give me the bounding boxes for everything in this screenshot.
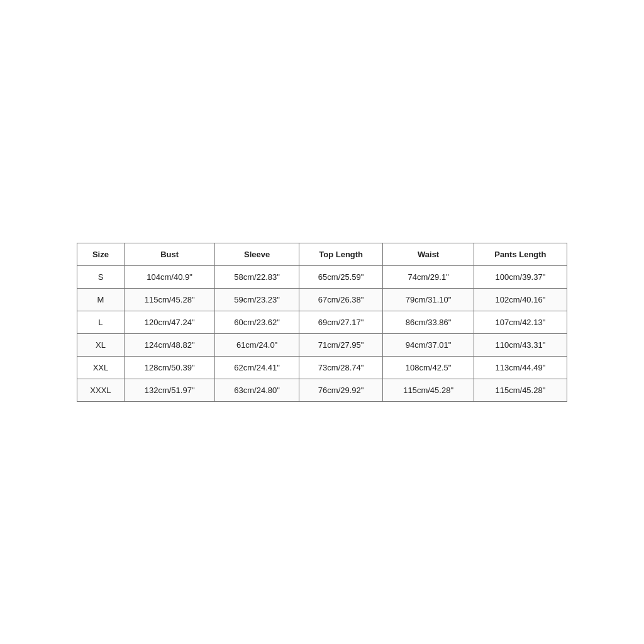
col-header-size: Size bbox=[77, 243, 125, 265]
measurement-cell: 94cm/37.01" bbox=[383, 333, 474, 356]
measurement-cell: 79cm/31.10" bbox=[383, 288, 474, 311]
measurement-cell: 73cm/28.74" bbox=[299, 356, 383, 379]
size-cell: M bbox=[77, 288, 125, 311]
measurement-cell: 86cm/33.86" bbox=[383, 311, 474, 333]
measurement-cell: 71cm/27.95" bbox=[299, 333, 383, 356]
size-cell: XL bbox=[77, 333, 125, 356]
measurement-cell: 61cm/24.0" bbox=[215, 333, 299, 356]
measurement-cell: 62cm/24.41" bbox=[215, 356, 299, 379]
measurement-cell: 102cm/40.16" bbox=[474, 288, 567, 311]
table-row: XXXL132cm/51.97"63cm/24.80"76cm/29.92"11… bbox=[77, 379, 567, 401]
size-cell: L bbox=[77, 311, 125, 333]
measurement-cell: 74cm/29.1" bbox=[383, 265, 474, 288]
measurement-cell: 104cm/40.9" bbox=[124, 265, 214, 288]
table-body: S104cm/40.9"58cm/22.83"65cm/25.59"74cm/2… bbox=[77, 265, 567, 401]
table-row: M115cm/45.28"59cm/23.23"67cm/26.38"79cm/… bbox=[77, 288, 567, 311]
measurement-cell: 124cm/48.82" bbox=[124, 333, 214, 356]
table-row: XXL128cm/50.39"62cm/24.41"73cm/28.74"108… bbox=[77, 356, 567, 379]
measurement-cell: 69cm/27.17" bbox=[299, 311, 383, 333]
col-header-sleeve: Sleeve bbox=[215, 243, 299, 265]
measurement-cell: 76cm/29.92" bbox=[299, 379, 383, 401]
measurement-cell: 132cm/51.97" bbox=[124, 379, 214, 401]
measurement-cell: 100cm/39.37" bbox=[474, 265, 567, 288]
measurement-cell: 60cm/23.62" bbox=[215, 311, 299, 333]
size-chart-table: SizeBustSleeveTop LengthWaistPants Lengt… bbox=[77, 243, 567, 402]
measurement-cell: 59cm/23.23" bbox=[215, 288, 299, 311]
col-header-waist: Waist bbox=[383, 243, 474, 265]
measurement-cell: 67cm/26.38" bbox=[299, 288, 383, 311]
measurement-cell: 115cm/45.28" bbox=[474, 379, 567, 401]
size-chart-container: SizeBustSleeveTop LengthWaistPants Lengt… bbox=[77, 243, 567, 402]
measurement-cell: 58cm/22.83" bbox=[215, 265, 299, 288]
col-header-top-length: Top Length bbox=[299, 243, 383, 265]
measurement-cell: 108cm/42.5" bbox=[383, 356, 474, 379]
measurement-cell: 113cm/44.49" bbox=[474, 356, 567, 379]
size-cell: S bbox=[77, 265, 125, 288]
table-header-row: SizeBustSleeveTop LengthWaistPants Lengt… bbox=[77, 243, 567, 265]
col-header-pants-length: Pants Length bbox=[474, 243, 567, 265]
measurement-cell: 63cm/24.80" bbox=[215, 379, 299, 401]
measurement-cell: 65cm/25.59" bbox=[299, 265, 383, 288]
measurement-cell: 115cm/45.28" bbox=[124, 288, 214, 311]
size-cell: XXL bbox=[77, 356, 125, 379]
measurement-cell: 128cm/50.39" bbox=[124, 356, 214, 379]
measurement-cell: 107cm/42.13" bbox=[474, 311, 567, 333]
table-row: XL124cm/48.82"61cm/24.0"71cm/27.95"94cm/… bbox=[77, 333, 567, 356]
table-row: L120cm/47.24"60cm/23.62"69cm/27.17"86cm/… bbox=[77, 311, 567, 333]
col-header-bust: Bust bbox=[124, 243, 214, 265]
table-row: S104cm/40.9"58cm/22.83"65cm/25.59"74cm/2… bbox=[77, 265, 567, 288]
measurement-cell: 110cm/43.31" bbox=[474, 333, 567, 356]
size-cell: XXXL bbox=[77, 379, 125, 401]
measurement-cell: 120cm/47.24" bbox=[124, 311, 214, 333]
measurement-cell: 115cm/45.28" bbox=[383, 379, 474, 401]
